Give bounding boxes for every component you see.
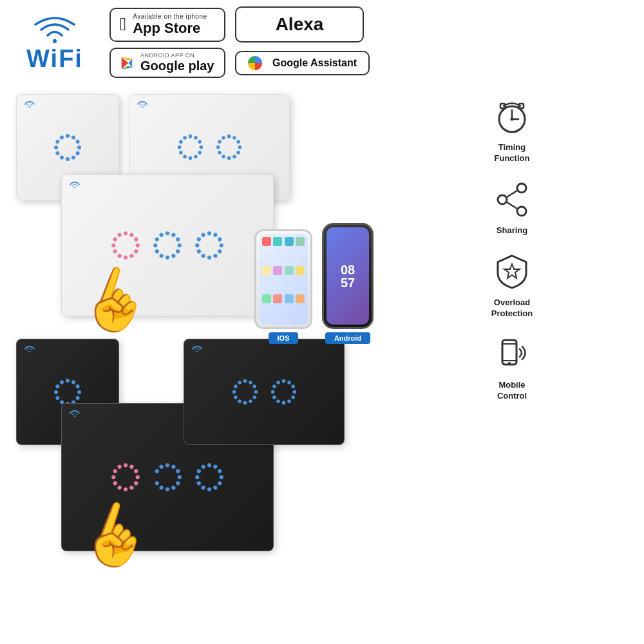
feature-timing: Timing Function bbox=[489, 94, 535, 164]
hand-pointer-black: ☝ bbox=[71, 492, 162, 580]
panel-wifi-icon-5 bbox=[70, 409, 80, 419]
app-icon-9 bbox=[262, 294, 271, 303]
touch-buttons-3b bbox=[109, 461, 225, 493]
svg-point-110 bbox=[213, 464, 218, 469]
svg-point-16 bbox=[197, 139, 202, 144]
svg-point-72 bbox=[196, 236, 202, 242]
svg-point-98 bbox=[166, 463, 169, 467]
svg-point-132 bbox=[237, 380, 242, 385]
svg-point-48 bbox=[112, 236, 118, 242]
panel-wifi-icon-2 bbox=[137, 100, 147, 109]
google-assistant-icon bbox=[248, 56, 262, 70]
svg-point-82 bbox=[55, 395, 60, 400]
svg-point-118 bbox=[195, 475, 199, 479]
svg-point-17 bbox=[199, 146, 203, 149]
svg-point-114 bbox=[213, 485, 218, 491]
app-icon-1 bbox=[262, 237, 271, 246]
svg-point-58 bbox=[154, 249, 160, 254]
svg-point-22 bbox=[178, 150, 184, 155]
touch-buttons-2b bbox=[231, 377, 298, 406]
dot-ring-1 bbox=[52, 132, 83, 163]
svg-point-113 bbox=[217, 480, 223, 486]
timing-label: Timing Function bbox=[495, 142, 530, 164]
svg-point-19 bbox=[193, 154, 198, 159]
svg-point-8 bbox=[66, 157, 70, 161]
svg-point-120 bbox=[200, 464, 206, 469]
wifi-text: WiFi bbox=[26, 46, 83, 71]
svg-point-29 bbox=[238, 146, 242, 149]
svg-point-56 bbox=[166, 256, 169, 260]
svg-point-106 bbox=[154, 480, 160, 486]
panel-wifi-icon-6 bbox=[192, 345, 202, 354]
phones-section: IOS 0857 Android bbox=[254, 223, 374, 344]
svg-point-63 bbox=[213, 232, 218, 238]
phone-time: 0857 bbox=[341, 263, 355, 289]
svg-line-154 bbox=[507, 191, 517, 197]
badges-section:  Available on the iphone App Store Alex… bbox=[109, 6, 631, 78]
svg-point-74 bbox=[66, 379, 70, 383]
alexa-badge[interactable]: Alexa bbox=[235, 6, 364, 43]
svg-point-87 bbox=[129, 464, 135, 469]
svg-point-144 bbox=[276, 380, 281, 385]
svg-point-99 bbox=[171, 464, 176, 469]
iphone-screen bbox=[259, 234, 308, 325]
badges-row-top:  Available on the iphone App Store Alex… bbox=[109, 6, 631, 43]
svg-point-152 bbox=[498, 195, 507, 204]
svg-point-75 bbox=[71, 379, 76, 384]
apple-sub-text: Available on the iphone bbox=[133, 13, 207, 20]
apple-icon:  bbox=[120, 14, 126, 35]
app-icon-11 bbox=[285, 294, 294, 303]
svg-point-39 bbox=[129, 232, 135, 238]
svg-point-27 bbox=[232, 135, 237, 140]
google-play-badge[interactable]: ANDROID APP ON Google play bbox=[109, 48, 225, 78]
feature-sharing: Sharing bbox=[489, 177, 535, 236]
main-area: ☝ bbox=[0, 84, 644, 580]
iphone-container: IOS bbox=[254, 229, 312, 344]
svg-point-1 bbox=[56, 136, 79, 159]
svg-point-116 bbox=[200, 485, 206, 491]
svg-point-36 bbox=[217, 139, 222, 144]
overload-icon bbox=[493, 252, 531, 291]
iphone-frame bbox=[254, 229, 312, 329]
hand-pointer-white: ☝ bbox=[71, 257, 162, 345]
google-assistant-label: Google Assistant bbox=[272, 57, 357, 69]
svg-point-34 bbox=[217, 150, 222, 155]
panel-wifi-icon-1 bbox=[24, 100, 35, 109]
svg-point-5 bbox=[77, 146, 81, 149]
mobile-control-icon bbox=[493, 335, 531, 374]
svg-point-103 bbox=[171, 485, 176, 491]
ios-label: IOS bbox=[269, 332, 299, 344]
svg-point-25 bbox=[182, 135, 187, 140]
svg-point-65 bbox=[220, 243, 223, 247]
badges-row-bottom: ANDROID APP ON Google play Google Assist… bbox=[109, 48, 631, 78]
svg-point-67 bbox=[213, 253, 218, 259]
svg-line-155 bbox=[507, 202, 517, 209]
svg-point-55 bbox=[171, 253, 176, 259]
app-icon-3 bbox=[285, 237, 294, 246]
svg-point-62 bbox=[207, 231, 211, 235]
apple-store-badge[interactable]:  Available on the iphone App Store bbox=[109, 8, 225, 42]
svg-marker-156 bbox=[504, 264, 520, 278]
svg-point-18 bbox=[197, 150, 202, 155]
svg-point-47 bbox=[111, 243, 115, 247]
svg-point-153 bbox=[517, 207, 526, 216]
svg-point-123 bbox=[252, 384, 257, 389]
svg-point-78 bbox=[75, 395, 80, 400]
app-icon-12 bbox=[296, 294, 305, 303]
svg-point-52 bbox=[175, 236, 181, 242]
svg-point-57 bbox=[158, 253, 164, 259]
google-play-icon bbox=[120, 56, 134, 70]
svg-point-130 bbox=[232, 390, 236, 394]
svg-point-129 bbox=[233, 395, 238, 400]
svg-point-115 bbox=[207, 488, 211, 491]
svg-point-76 bbox=[75, 383, 80, 388]
svg-point-50 bbox=[166, 231, 169, 235]
svg-point-100 bbox=[175, 468, 181, 474]
svg-point-151 bbox=[517, 184, 526, 193]
svg-point-51 bbox=[171, 232, 176, 238]
svg-point-109 bbox=[207, 463, 211, 467]
google-assistant-badge[interactable]: Google Assistant bbox=[235, 51, 370, 75]
app-icon-10 bbox=[273, 294, 282, 303]
wifi-icon bbox=[32, 14, 77, 46]
black-panel-2btn-right bbox=[184, 339, 345, 445]
